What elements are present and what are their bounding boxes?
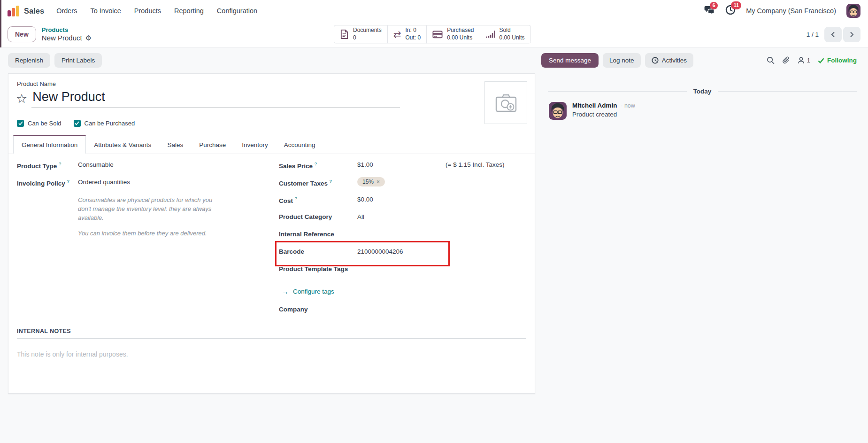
product-template-tags-label: Product Template Tags [279,265,357,272]
product-type-value[interactable]: Consumable [78,161,114,168]
consumable-note-2: You can invoice them before they are del… [78,229,224,238]
attach-files-button[interactable] [782,56,790,64]
invoicing-policy-label: Invoicing Policy [17,180,65,187]
invoicing-policy-value[interactable]: Ordered quantities [78,179,130,186]
stat-button-in-out[interactable]: ⇄ In: 0Out: 0 [387,25,427,43]
gear-icon[interactable]: ⚙ [85,34,92,42]
tax-tag[interactable]: 15% × [357,177,385,187]
company-switcher[interactable]: My Company (San Francisco) [746,7,836,15]
tab-accounting[interactable]: Accounting [276,136,323,154]
search-icon [767,56,775,64]
odoo-sales-app-icon[interactable] [8,6,19,16]
stat-purchased-label: Purchased [447,27,474,34]
followers-button[interactable]: 1 [797,56,810,64]
cost-field: Cost ? $0.00 [279,196,532,206]
internal-reference-field: Internal Reference [279,231,532,241]
clock-icon [652,57,659,64]
menu-orders[interactable]: Orders [56,7,77,15]
internal-notes-input[interactable]: This note is only for internal purposes. [17,350,128,358]
tab-inventory[interactable]: Inventory [234,136,276,154]
cost-input[interactable]: $0.00 [357,196,373,203]
internal-reference-label: Internal Reference [279,231,357,238]
internal-notes-divider [17,338,526,339]
paperclip-icon [782,56,790,64]
pager-previous-button[interactable] [824,27,842,42]
followers-count: 1 [807,57,810,64]
product-category-field: Product Category All [279,213,532,223]
product-type-field: Product Type ? Consumable [17,161,276,171]
can-be-purchased-checkbox[interactable]: Can be Purchased [74,120,135,127]
send-message-button[interactable]: Send message [541,53,599,68]
activities-menu-button[interactable]: 11 [725,5,736,17]
chatter-message: Mitchell Admin - now Product created [549,102,635,120]
following-button[interactable]: Following [818,57,857,64]
log-note-button[interactable]: Log note [603,53,641,68]
menu-products[interactable]: Products [134,7,161,15]
author-avatar[interactable] [549,102,567,120]
stat-documents-label: Documents [353,27,382,34]
product-category-value[interactable]: All [357,213,364,220]
breadcrumb-products-link[interactable]: Products [42,26,92,34]
stat-purchased-value: 0.00 Units [447,34,474,42]
form-area: Replenish Print Labels Product Name ☆ Ne… [0,47,541,443]
stat-button-documents[interactable]: Documents0 [334,25,388,43]
product-name-input[interactable]: New Product [31,90,400,108]
customer-taxes-label: Customer Taxes [279,180,328,187]
stat-button-sold[interactable]: Sold0.00 Units [480,25,531,43]
menu-reporting[interactable]: Reporting [174,7,204,15]
message-time: - now [621,102,635,109]
notebook-tabs: General Information Attributes & Variant… [8,135,535,154]
sales-price-incl-taxes: (= $ 1.15 Incl. Taxes) [446,161,504,168]
message-body: Product created [572,111,635,118]
help-icon[interactable]: ? [330,179,332,184]
help-icon[interactable]: ? [295,196,297,201]
new-button[interactable]: New [8,26,36,42]
favorite-star-icon[interactable]: ☆ [16,93,27,105]
search-messages-button[interactable] [767,56,775,64]
chatter-panel: Send message Log note Activities 1 [541,47,868,443]
activities-button[interactable]: Activities [645,53,693,68]
can-be-sold-checkbox[interactable]: Can be Sold [17,120,61,127]
can-be-purchased-label: Can be Purchased [84,120,135,127]
pager-next-button[interactable] [843,27,860,42]
chevron-left-icon [830,31,836,38]
consumable-help-text: Consumables are physical products for wh… [78,196,224,238]
menu-to-invoice[interactable]: To Invoice [90,7,121,15]
sales-price-input[interactable]: $1.00 [357,161,446,168]
menu-configuration[interactable]: Configuration [217,7,257,15]
date-divider-label: Today [693,88,712,95]
stat-sold-label: Sold [499,27,525,34]
following-label: Following [827,57,857,64]
app-name[interactable]: Sales [24,7,44,16]
tab-purchase[interactable]: Purchase [191,136,234,154]
help-icon[interactable]: ? [315,161,317,166]
product-name-label: Product Name [17,80,56,87]
product-image-upload[interactable] [484,81,527,124]
help-icon[interactable]: ? [59,161,61,166]
document-icon [340,30,349,39]
configure-tags-label: Configure tags [293,288,334,295]
stat-button-purchased[interactable]: Purchased0.00 Units [426,25,480,43]
tax-remove-icon[interactable]: × [376,179,380,185]
pager: 1 / 1 [807,27,860,42]
product-type-label: Product Type [17,163,57,170]
product-category-label: Product Category [279,213,357,220]
print-labels-button[interactable]: Print Labels [54,53,102,68]
barcode-input[interactable]: 2100000004206 [357,248,403,255]
checkbox-checked-icon [17,120,24,127]
customer-taxes-field: Customer Taxes ? 15% × [279,179,532,188]
barcode-label: Barcode [279,248,357,255]
help-icon[interactable]: ? [67,179,69,184]
configure-tags-link[interactable]: → Configure tags [282,288,532,295]
user-avatar[interactable] [846,4,860,18]
tab-attributes-variants[interactable]: Attributes & Variants [86,136,159,154]
replenish-button[interactable]: Replenish [8,53,50,68]
message-author[interactable]: Mitchell Admin [572,102,617,109]
tab-general-information[interactable]: General Information [13,135,86,154]
tab-sales[interactable]: Sales [159,136,191,154]
messages-badge: 6 [710,2,718,10]
person-icon [797,56,805,64]
invoicing-policy-field: Invoicing Policy ? Ordered quantities [17,179,276,188]
messages-menu-button[interactable]: 6 [704,5,715,17]
chevron-right-icon [849,31,854,38]
